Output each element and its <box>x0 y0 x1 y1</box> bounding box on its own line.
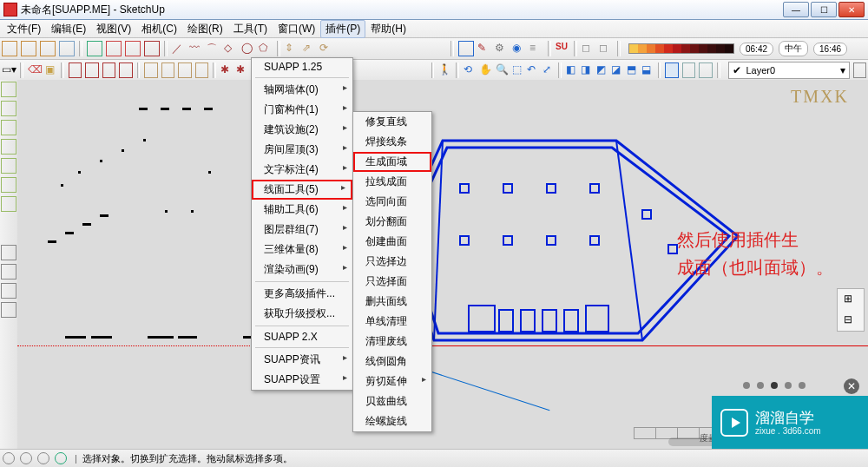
menu-item[interactable]: 辅助工具(6) <box>252 200 352 220</box>
brand-logo[interactable]: 溜溜自学 zixue . 3d66.com <box>712 396 868 450</box>
menu-item[interactable]: 轴网墙体(0) <box>252 80 352 100</box>
paint-icon[interactable]: ▣ <box>45 63 56 77</box>
tool-icon[interactable] <box>125 41 141 56</box>
tool-icon[interactable]: ◻ <box>582 42 595 56</box>
menu-edit[interactable]: 编辑(E) <box>46 20 91 38</box>
layer-btn-icon[interactable] <box>853 62 866 78</box>
orbit-icon[interactable]: ⟲ <box>464 63 475 77</box>
menu-file[interactable]: 文件(F) <box>2 20 46 38</box>
view-icon[interactable]: ◨ <box>581 63 592 77</box>
menu-item[interactable]: SUAPP资讯 <box>252 350 352 370</box>
tool-icon[interactable] <box>85 62 98 78</box>
menu-item[interactable]: 线面工具(5) <box>252 180 352 200</box>
menu-draw[interactable]: 绘图(R) <box>182 20 228 38</box>
tool-icon[interactable]: ⌒ <box>207 42 220 56</box>
status-icon[interactable] <box>37 452 49 464</box>
tool-icon[interactable]: ◉ <box>512 42 526 56</box>
tool-icon[interactable]: ◯ <box>241 42 255 56</box>
menu-camera[interactable]: 相机(C) <box>136 20 182 38</box>
menu-item[interactable]: 房间屋顶(3) <box>252 140 352 160</box>
menu-tools[interactable]: 工具(T) <box>228 20 273 38</box>
tool-icon[interactable]: ≡ <box>529 42 543 56</box>
overlay-nav-dots[interactable] <box>743 382 806 389</box>
tool-icon[interactable]: ✱ <box>236 63 247 77</box>
tool-icon[interactable] <box>102 62 115 78</box>
maximize-button[interactable]: ☐ <box>811 2 837 17</box>
view-icon[interactable]: ◩ <box>596 63 608 77</box>
submenu-item[interactable]: 创建曲面 <box>353 232 431 252</box>
tool-icon[interactable]: ⬠ <box>259 42 273 56</box>
time-left[interactable]: 06:42 <box>740 43 773 56</box>
sandbox-icon[interactable] <box>1 177 16 193</box>
submenu-item[interactable]: 贝兹曲线 <box>353 391 431 411</box>
eraser-icon[interactable]: ⌫ <box>28 63 42 77</box>
submenu-item[interactable]: 划分翻面 <box>353 212 431 232</box>
status-icon[interactable] <box>20 452 32 464</box>
tool-icon[interactable] <box>178 62 191 78</box>
su-logo-icon[interactable]: SU <box>556 42 569 56</box>
menu-help[interactable]: 帮助(H) <box>365 20 411 38</box>
tool-icon[interactable]: ⚙ <box>495 42 509 56</box>
tool-icon[interactable]: ◻ <box>599 42 613 56</box>
submenu-item[interactable]: 拉线成面 <box>353 172 431 192</box>
menu-view[interactable]: 视图(V) <box>91 20 136 38</box>
zoom-window-icon[interactable]: ⬚ <box>512 63 523 77</box>
status-icon[interactable] <box>55 452 67 464</box>
tool-icon[interactable]: ✱ <box>220 63 232 77</box>
solid-icon[interactable] <box>1 302 16 318</box>
submenu-item[interactable]: 修复直线 <box>353 112 431 132</box>
layer-selector[interactable]: ✔ ▾ <box>728 62 850 79</box>
menu-item[interactable]: 更多高级插件... <box>252 284 352 304</box>
view-icon[interactable]: ◪ <box>611 63 622 77</box>
sandbox-icon[interactable] <box>1 158 16 174</box>
submenu-item[interactable]: 线倒圆角 <box>353 352 431 372</box>
tool-icon[interactable] <box>144 41 160 56</box>
zoom-icon[interactable]: 🔍 <box>496 63 509 77</box>
submenu-item[interactable]: 删共面线 <box>353 292 431 312</box>
tool-icon[interactable] <box>59 41 75 56</box>
layer-input[interactable] <box>745 64 826 76</box>
style-icon[interactable] <box>665 62 678 78</box>
sandbox-icon[interactable] <box>1 196 16 212</box>
sandbox-icon[interactable] <box>1 82 16 97</box>
menu-item[interactable]: 文字标注(4) <box>252 160 352 180</box>
tool-icon[interactable]: ✎ <box>477 42 491 56</box>
submenu-item[interactable]: 生成面域 <box>353 152 431 172</box>
view-icon[interactable]: ⬒ <box>627 63 638 77</box>
pan-icon[interactable]: ✋ <box>479 63 492 77</box>
time-right[interactable]: 16:46 <box>813 43 847 56</box>
sandbox-icon[interactable] <box>1 101 16 116</box>
solid-icon[interactable] <box>1 245 16 260</box>
overlay-close-icon[interactable]: ✕ <box>844 378 859 394</box>
plugins-menu[interactable]: SUAPP 1.25 轴网墙体(0)门窗构件(1)建筑设施(2)房间屋顶(3)文… <box>251 57 353 391</box>
walk-icon[interactable]: 🚶 <box>438 63 451 77</box>
tool-icon[interactable] <box>458 41 474 56</box>
view-icon[interactable]: ⬓ <box>641 63 653 77</box>
submenu-item[interactable]: 只选择面 <box>353 272 431 292</box>
tool-icon[interactable] <box>144 62 157 78</box>
close-button[interactable]: ✕ <box>838 2 865 17</box>
submenu-item[interactable]: 绘螺旋线 <box>353 411 431 431</box>
submenu-item[interactable]: 清理废线 <box>353 332 431 352</box>
panel-icon[interactable]: ⊞ <box>844 293 858 306</box>
submenu-item[interactable]: 单线清理 <box>353 312 431 332</box>
time-mid[interactable]: 中午 <box>779 41 808 56</box>
tool-icon[interactable] <box>161 62 174 78</box>
submenu-item[interactable]: 只选择边 <box>353 252 431 272</box>
submenu-item[interactable]: 焊接线条 <box>353 132 431 152</box>
sandbox-icon[interactable] <box>1 120 16 135</box>
tool-icon[interactable]: ／ <box>172 42 186 56</box>
tool-icon[interactable] <box>87 41 102 56</box>
float-panel[interactable]: ⊞ ⊟ <box>837 288 865 332</box>
menu-window[interactable]: 窗口(W) <box>273 20 320 38</box>
tool-icon[interactable] <box>2 41 17 56</box>
menu-item[interactable]: 图层群组(7) <box>252 220 352 240</box>
style-icon[interactable] <box>699 62 712 78</box>
tool-icon[interactable] <box>106 41 122 56</box>
submenu-item[interactable]: 剪切延伸 <box>353 372 431 391</box>
line-face-submenu[interactable]: 修复直线焊接线条生成面域拉线成面选同向面划分翻面创建曲面只选择边只选择面删共面线… <box>352 111 432 432</box>
menu-item[interactable]: 渲染动画(9) <box>252 260 352 280</box>
tool-icon[interactable]: ⟳ <box>319 42 333 56</box>
submenu-item[interactable]: 选同向面 <box>353 192 431 212</box>
tool-icon[interactable] <box>21 41 36 56</box>
